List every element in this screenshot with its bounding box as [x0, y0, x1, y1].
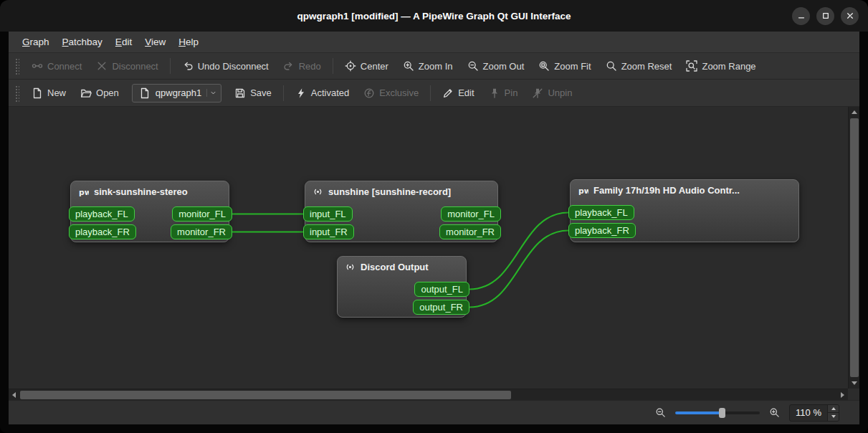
toolbar-button-label: Redo	[299, 61, 321, 72]
node-discord-output[interactable]: Discord Outputoutput_FLoutput_FR	[337, 256, 467, 318]
port-playback_FL[interactable]: playback_FL	[69, 206, 135, 222]
minimize-button[interactable]	[792, 7, 810, 25]
zoom-slider-handle[interactable]	[719, 408, 725, 418]
node-title-text: sink-sunshine-stereo	[94, 186, 188, 197]
node-sunshine-record[interactable]: sunshine [sunshine-record]input_FLinput_…	[305, 181, 498, 242]
zoom-reset-icon	[606, 60, 617, 72]
toolbar-button-label: Disconnect	[112, 61, 158, 72]
toolbar-button-label: Edit	[458, 87, 474, 98]
toolbar-drag-handle[interactable]	[14, 57, 19, 75]
patchbay-file-combo[interactable]: qpwgraph1	[132, 84, 221, 103]
open-button[interactable]: Open	[74, 84, 125, 103]
connect-icon	[32, 60, 43, 72]
scrollbar-corner	[848, 389, 859, 400]
zoom-spin-arrows	[827, 405, 839, 421]
edit-icon	[442, 87, 454, 99]
node-sink-sunshine-stereo[interactable]: pwsink-sunshine-stereoplayback_FLplaybac…	[70, 181, 229, 242]
save-icon	[234, 87, 246, 99]
scroll-right-button[interactable]	[837, 389, 848, 401]
close-icon	[844, 10, 856, 22]
zoom-in-icon	[403, 60, 414, 72]
zoom-out-icon	[655, 407, 666, 418]
node-family-hd-audio[interactable]: pwFamily 17h/19h HD Audio Contr...playba…	[570, 179, 799, 242]
zoom-range-button[interactable]: Zoom Range	[679, 57, 762, 75]
scroll-down-button[interactable]	[849, 378, 860, 389]
port-input_FL[interactable]: input_FL	[303, 206, 353, 222]
zoom-value[interactable]: 110 %	[790, 405, 827, 421]
menubar: GraphPatchbayEditViewHelp	[9, 32, 859, 53]
redo-icon	[283, 60, 295, 72]
horizontal-scroll-handle[interactable]	[20, 391, 511, 399]
activated-icon	[295, 87, 307, 99]
zoom-out-icon	[467, 60, 479, 72]
center-button[interactable]: Center	[338, 57, 395, 75]
vertical-scrollbar[interactable]	[848, 107, 859, 389]
port-input_FR[interactable]: input_FR	[303, 224, 354, 239]
exclusive-icon	[363, 87, 375, 99]
connect-button[interactable]: Connect	[25, 57, 88, 75]
menu-graph[interactable]: Graph	[16, 33, 56, 51]
menu-edit[interactable]: Edit	[109, 33, 138, 51]
toolbar-separator	[283, 85, 284, 101]
maximize-icon	[820, 10, 831, 22]
toolbar-graph: ConnectDisconnectUndo DisconnectRedoCent…	[9, 53, 859, 80]
port-output_FR[interactable]: output_FR	[413, 300, 469, 315]
new-button[interactable]: New	[25, 84, 72, 103]
toolbar-button-label: Zoom Fit	[554, 61, 591, 72]
exclusive-button[interactable]: Exclusive	[357, 84, 425, 103]
port-monitor_FR[interactable]: monitor_FR	[171, 224, 232, 239]
zoom-reset-button[interactable]: Zoom Reset	[599, 57, 679, 75]
zoom-spin-up-button[interactable]	[828, 405, 839, 414]
port-monitor_FL[interactable]: monitor_FL	[172, 206, 232, 222]
port-playback_FL[interactable]: playback_FL	[568, 205, 634, 220]
qpwgraph-window: qpwgraph1 [modified] — A PipeWire Graph …	[0, 0, 868, 433]
port-monitor_FR[interactable]: monitor_FR	[439, 224, 501, 239]
horizontal-scrollbar[interactable]	[9, 389, 848, 400]
pin-button[interactable]: Pin	[482, 84, 525, 103]
activated-button[interactable]: Activated	[289, 84, 356, 103]
zoom-in-button[interactable]: Zoom In	[396, 57, 459, 75]
scroll-up-button[interactable]	[849, 107, 860, 118]
scroll-down-icon	[852, 381, 857, 385]
scroll-left-button[interactable]	[9, 389, 19, 401]
graph-canvas[interactable]: pwsink-sunshine-stereoplayback_FLplaybac…	[9, 107, 848, 389]
close-button[interactable]	[841, 7, 859, 25]
port-output_FL[interactable]: output_FL	[414, 282, 469, 297]
zoom-spin-down-button[interactable]	[828, 413, 839, 421]
scroll-left-icon	[12, 392, 16, 398]
undo-disconnect-button[interactable]: Undo Disconnect	[176, 57, 275, 75]
port-playback_FR[interactable]: playback_FR	[69, 224, 136, 239]
toolbar-button-label: Center	[361, 61, 388, 72]
canvas-area: pwsink-sunshine-stereoplayback_FLplaybac…	[9, 107, 859, 400]
toolbar-button-label: Zoom Reset	[621, 61, 672, 72]
zoom-out-button[interactable]: Zoom Out	[461, 57, 531, 75]
minimize-icon	[796, 10, 807, 22]
unpin-button[interactable]: Unpin	[525, 84, 578, 103]
disconnect-icon	[96, 60, 108, 72]
menu-patchbay[interactable]: Patchbay	[56, 33, 109, 51]
save-button[interactable]: Save	[228, 84, 278, 103]
menu-help[interactable]: Help	[172, 33, 205, 51]
toolbar-button-label: Open	[96, 87, 119, 98]
toolbar-button-label: Activated	[311, 87, 349, 98]
file-icon	[139, 87, 151, 99]
vertical-scroll-handle[interactable]	[850, 118, 859, 377]
scroll-right-icon	[841, 392, 844, 398]
redo-button[interactable]: Redo	[277, 57, 328, 75]
pipewire-icon: pw	[578, 185, 588, 196]
edit-button[interactable]: Edit	[436, 84, 480, 103]
zoom-slider-fill	[675, 411, 722, 414]
maximize-button[interactable]	[816, 7, 834, 25]
port-monitor_FL[interactable]: monitor_FL	[441, 206, 501, 222]
disconnect-button[interactable]: Disconnect	[90, 57, 164, 75]
toolbar-drag-handle[interactable]	[14, 85, 19, 102]
zoom-slider[interactable]	[675, 406, 760, 419]
zoom-fit-button[interactable]: Zoom Fit	[532, 57, 597, 75]
menu-view[interactable]: View	[138, 33, 172, 51]
port-playback_FR[interactable]: playback_FR	[568, 223, 636, 238]
combo-value: qpwgraph1	[156, 87, 201, 98]
toolbar-button-label: Connect	[47, 61, 82, 72]
titlebar[interactable]: qpwgraph1 [modified] — A PipeWire Graph …	[0, 0, 868, 32]
pin-icon	[489, 87, 500, 99]
new-icon	[32, 87, 43, 99]
